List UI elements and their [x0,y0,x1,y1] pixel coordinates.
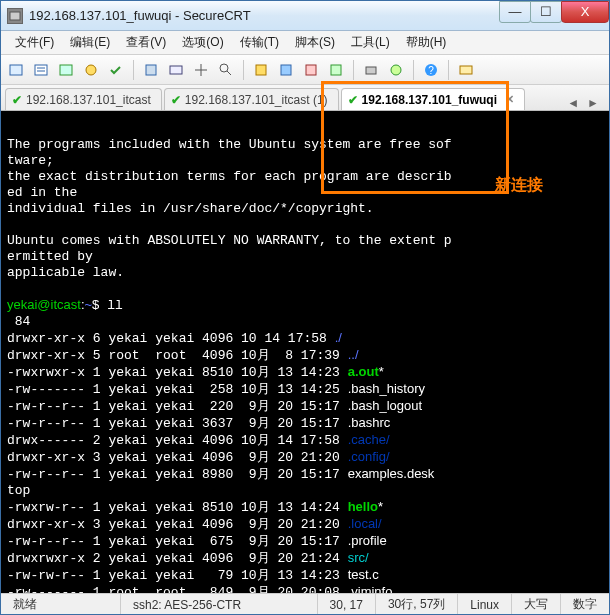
toolbar-btn-6[interactable] [140,59,162,81]
tab-session-1[interactable]: ✔ 192.168.137.101_itcast [5,88,162,110]
menu-file[interactable]: 文件(F) [7,31,62,54]
menu-tools[interactable]: 工具(L) [343,31,398,54]
toolbar-btn-13[interactable] [360,59,382,81]
minimize-button[interactable]: — [499,1,531,23]
toolbar-find-icon[interactable] [215,59,237,81]
svg-rect-6 [170,66,182,74]
toolbar-btn-7[interactable] [165,59,187,81]
tabbar: ✔ 192.168.137.101_itcast ✔ 192.168.137.1… [1,85,609,111]
toolbar-btn-3[interactable] [55,59,77,81]
status-caps: 大写 [512,594,561,615]
svg-point-13 [391,65,401,75]
status-os: Linux [458,594,512,615]
svg-rect-5 [146,65,156,75]
status-cipher: ssh2: AES-256-CTR [121,594,318,615]
toolbar-sep [353,60,354,80]
svg-text:?: ? [428,65,434,76]
menubar: 文件(F) 编辑(E) 查看(V) 选项(O) 传输(T) 脚本(S) 工具(L… [1,31,609,55]
check-icon: ✔ [348,93,358,107]
status-size: 30行, 57列 [376,594,458,615]
toolbar-btn-12[interactable] [325,59,347,81]
toolbar-btn-8[interactable] [190,59,212,81]
check-icon: ✔ [171,93,181,107]
toolbar: ? [1,55,609,85]
tab-label: 192.168.137.101_itcast [26,93,151,107]
status-ready: 就绪 [1,594,121,615]
svg-rect-3 [60,65,72,75]
menu-edit[interactable]: 编辑(E) [62,31,118,54]
svg-rect-16 [460,66,472,74]
svg-rect-9 [281,65,291,75]
toolbar-btn-14[interactable] [385,59,407,81]
svg-point-7 [220,64,228,72]
svg-rect-0 [10,12,20,20]
toolbar-sep [413,60,414,80]
toolbar-btn-4[interactable] [80,59,102,81]
svg-rect-2 [35,65,47,75]
maximize-button[interactable]: ☐ [530,1,562,23]
toolbar-btn-5[interactable] [105,59,127,81]
toolbar-btn-2[interactable] [30,59,52,81]
svg-rect-12 [366,67,376,74]
menu-transfer[interactable]: 传输(T) [232,31,287,54]
status-num: 数字 [561,594,609,615]
svg-rect-11 [331,65,341,75]
toolbar-sep [243,60,244,80]
tab-scroll: ◄ ► [561,96,605,110]
status-cursor-pos: 30, 17 [318,594,376,615]
toolbar-sep [133,60,134,80]
menu-script[interactable]: 脚本(S) [287,31,343,54]
tab-label: 192.168.137.101_itcast (1) [185,93,328,107]
titlebar: 192.168.137.101_fuwuqi - SecureCRT — ☐ X [1,1,609,31]
scroll-left-icon[interactable]: ◄ [567,96,579,110]
tab-session-2[interactable]: ✔ 192.168.137.101_itcast (1) [164,88,339,110]
tab-label: 192.168.137.101_fuwuqi [362,93,497,107]
toolbar-sep [448,60,449,80]
svg-rect-1 [10,65,22,75]
toolbar-btn-11[interactable] [300,59,322,81]
menu-options[interactable]: 选项(O) [174,31,231,54]
close-button[interactable]: X [561,1,609,23]
toolbar-help-icon[interactable]: ? [420,59,442,81]
tab-close-icon[interactable]: ✕ [505,93,514,106]
callout-label: 新连接 [495,175,543,196]
menu-help[interactable]: 帮助(H) [398,31,455,54]
svg-rect-8 [256,65,266,75]
window-title: 192.168.137.101_fuwuqi - SecureCRT [29,8,500,23]
app-icon [7,8,23,24]
svg-rect-10 [306,65,316,75]
toolbar-btn-1[interactable] [5,59,27,81]
scroll-right-icon[interactable]: ► [587,96,599,110]
statusbar: 就绪 ssh2: AES-256-CTR 30, 17 30行, 57列 Lin… [1,593,609,615]
check-icon: ✔ [12,93,22,107]
menu-view[interactable]: 查看(V) [118,31,174,54]
toolbar-btn-9[interactable] [250,59,272,81]
toolbar-btn-15[interactable] [455,59,477,81]
window-buttons: — ☐ X [500,1,609,25]
svg-point-4 [86,65,96,75]
tab-session-3[interactable]: ✔ 192.168.137.101_fuwuqi ✕ [341,88,525,110]
toolbar-btn-10[interactable] [275,59,297,81]
